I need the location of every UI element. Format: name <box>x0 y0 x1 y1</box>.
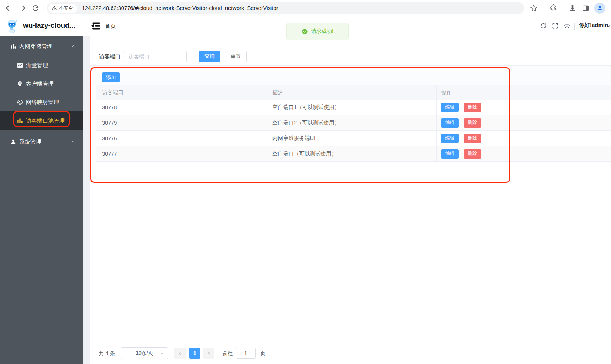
browser-toolbar: 不安全 124.222.48.62:30776/#/cloud_network-… <box>0 0 611 16</box>
pagination-total: 共 4 条 <box>99 350 115 357</box>
add-button[interactable]: 添加 <box>102 72 120 82</box>
filter-label: 访客端口 <box>99 53 120 60</box>
cell-description: 空白端口1（可以测试使用） <box>267 100 437 115</box>
user-greeting[interactable]: 你好!admin <box>579 22 608 29</box>
breadcrumb[interactable]: 首页 <box>105 23 116 30</box>
chevron-left-icon <box>178 351 182 356</box>
table-row: 30776 内网穿透服务端UI 编辑 删除 <box>96 131 611 146</box>
cell-description: 空白端口2（可以测试使用） <box>267 115 437 130</box>
chevron-up-icon <box>71 44 75 48</box>
table-row: 30779 空白端口2（可以测试使用） 编辑 删除 <box>96 115 611 131</box>
browser-reload-icon[interactable] <box>31 4 40 13</box>
sidebar-item-label: 网络映射管理 <box>26 99 59 106</box>
cell-description: 空白端口（可以测试使用） <box>267 146 437 161</box>
next-page-button[interactable] <box>203 348 214 359</box>
cell-actions: 编辑 删除 <box>437 131 611 146</box>
delete-button[interactable]: 删除 <box>464 149 481 159</box>
query-button[interactable]: 查询 <box>199 51 220 62</box>
address-bar[interactable]: 不安全 124.222.48.62:30776/#/cloud_network-… <box>47 2 524 14</box>
page-size-value: 10条/页 <box>136 350 153 357</box>
security-chip[interactable]: 不安全 <box>48 4 77 13</box>
toolbar-divider <box>563 4 563 12</box>
location-pin-icon <box>17 81 23 87</box>
security-label: 不安全 <box>59 5 73 11</box>
refresh-icon[interactable] <box>540 22 547 30</box>
cell-description: 内网穿透服务端UI <box>267 131 437 146</box>
sidebar-item-label: 访客端口池管理 <box>26 117 65 124</box>
delete-button[interactable]: 删除 <box>464 134 481 143</box>
cell-actions: 编辑 删除 <box>437 115 611 130</box>
extensions-icon[interactable] <box>549 4 557 12</box>
bookmark-star-icon[interactable] <box>530 4 538 12</box>
chevron-down-icon <box>71 140 75 144</box>
chevron-down-icon[interactable] <box>605 24 611 29</box>
user-icon <box>10 139 16 145</box>
cell-port: 30779 <box>96 115 267 130</box>
browser-profile-avatar[interactable] <box>594 3 605 14</box>
sidebar-fold-icon[interactable] <box>91 21 101 30</box>
table-header: 访客端口 描述 操作 <box>96 85 611 100</box>
sidebar-item-tunnel-management[interactable]: 内网穿透管理 <box>0 36 83 56</box>
sidebar-item-label: 系统管理 <box>19 138 41 145</box>
delete-button[interactable]: 删除 <box>464 103 481 112</box>
success-toast: 请求成功! <box>286 23 349 40</box>
chevron-right-icon <box>207 351 211 356</box>
app-logo-robot-icon <box>4 18 19 33</box>
delete-button[interactable]: 删除 <box>464 118 481 128</box>
side-panel-icon[interactable] <box>582 4 590 12</box>
edit-button[interactable]: 编辑 <box>441 134 459 143</box>
cell-actions: 编辑 删除 <box>437 146 611 161</box>
table-row: 30778 空白端口1（可以测试使用） 编辑 删除 <box>96 100 611 115</box>
browser-forward-icon[interactable] <box>18 4 27 13</box>
table-row: 30777 空白端口（可以测试使用） 编辑 删除 <box>96 146 611 162</box>
url-text[interactable]: 124.222.48.62:30776/#/cloud_network-Serv… <box>82 5 278 11</box>
chevron-down-icon <box>160 351 164 356</box>
sidebar-item-label: 流量管理 <box>26 62 48 69</box>
footer-divider <box>90 343 611 343</box>
sidebar-item-network-mapping[interactable]: 网络映射管理 <box>0 93 83 111</box>
sidebar: 内网穿透管理 流量管理 客户端管理 网络映射管理 访客端口池管理 系统管理 <box>0 36 83 364</box>
trend-chart-icon <box>17 62 23 68</box>
toast-message: 请求成功! <box>311 28 333 35</box>
browser-back-icon[interactable] <box>4 4 13 13</box>
cell-port: 30776 <box>96 131 267 146</box>
column-header-description: 描述 <box>267 85 437 100</box>
current-page-button[interactable]: 1 <box>189 348 200 359</box>
header-divider <box>574 23 575 30</box>
goto-label: 前往 <box>223 350 233 357</box>
table-toolbar <box>90 65 611 85</box>
bar-chart-icon <box>10 43 16 49</box>
column-header-port: 访客端口 <box>96 85 267 100</box>
column-header-actions: 操作 <box>437 85 611 100</box>
sidebar-item-client-management[interactable]: 客户端管理 <box>0 75 83 93</box>
bar-chart-icon <box>17 118 23 124</box>
goto-page-input[interactable] <box>236 348 256 359</box>
edit-button[interactable]: 编辑 <box>441 118 459 128</box>
user-icon <box>597 5 603 11</box>
fullscreen-icon[interactable] <box>551 22 559 30</box>
link-icon <box>17 99 23 105</box>
edit-button[interactable]: 编辑 <box>441 149 459 159</box>
cell-port: 30778 <box>96 100 267 115</box>
download-icon[interactable] <box>568 4 577 12</box>
sidebar-item-label: 内网穿透管理 <box>19 43 52 50</box>
sidebar-item-traffic-management[interactable]: 流量管理 <box>0 56 83 75</box>
page-unit-label: 页 <box>260 350 265 357</box>
content-gutter <box>83 36 90 364</box>
visitor-port-input[interactable] <box>124 51 187 62</box>
reset-button[interactable]: 重置 <box>225 51 247 62</box>
app-title: wu-lazy-cloud... <box>23 21 75 30</box>
sidebar-item-label: 客户端管理 <box>26 80 54 87</box>
page-size-select[interactable]: 10条/页 <box>121 347 168 359</box>
cell-port: 30777 <box>96 146 267 161</box>
check-circle-icon <box>302 28 308 35</box>
warning-triangle-icon <box>52 6 57 11</box>
sidebar-item-system-management[interactable]: 系统管理 <box>0 132 83 152</box>
sun-theme-icon[interactable] <box>563 22 571 30</box>
prev-page-button[interactable] <box>174 348 186 359</box>
sidebar-item-visitor-port-pool[interactable]: 访客端口池管理 <box>0 111 83 130</box>
edit-button[interactable]: 编辑 <box>441 103 459 112</box>
cell-actions: 编辑 删除 <box>437 100 611 115</box>
